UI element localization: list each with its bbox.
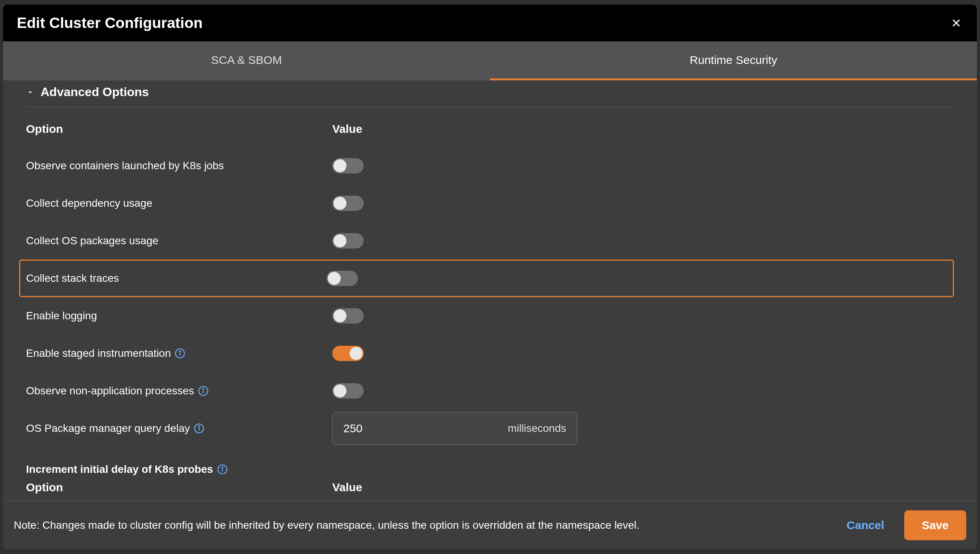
footer-note: Note: Changes made to cluster config wil… xyxy=(14,519,639,531)
toggle-observe-non-app[interactable] xyxy=(332,383,364,399)
column-header-option: Option xyxy=(26,123,332,136)
section-advanced-options[interactable]: Advanced Options xyxy=(26,80,954,107)
unit-label: milliseconds xyxy=(508,422,567,435)
option-label: Observe non-application processes xyxy=(26,385,332,397)
modal-content: Advanced Options Option Value Observe co… xyxy=(3,80,977,501)
option-row: Enable staged instrumentation xyxy=(26,335,954,372)
cancel-button[interactable]: Cancel xyxy=(839,511,892,539)
option-label: Observe containers launched by K8s jobs xyxy=(26,160,332,172)
modal-footer: Note: Changes made to cluster config wil… xyxy=(3,501,977,549)
option-label: Enable logging xyxy=(26,310,332,322)
toggle-observe-k8s-jobs[interactable] xyxy=(332,158,364,173)
info-icon[interactable] xyxy=(194,423,204,434)
option-row: OS Package manager query delay milliseco… xyxy=(26,410,954,447)
svg-point-4 xyxy=(180,351,180,352)
option-label: Collect OS packages usage xyxy=(26,235,332,247)
toggle-collect-stack-traces[interactable] xyxy=(327,271,358,286)
close-icon xyxy=(951,17,962,29)
svg-point-7 xyxy=(203,389,204,389)
toggle-enable-logging[interactable] xyxy=(332,308,364,324)
info-icon[interactable] xyxy=(198,386,209,396)
os-pkg-delay-input[interactable] xyxy=(343,422,474,435)
column-header-option: Option xyxy=(26,481,332,494)
column-header-value: Value xyxy=(332,123,362,136)
modal-title: Edit Cluster Configuration xyxy=(17,15,203,31)
tabs: SCA & SBOM Runtime Security xyxy=(3,41,977,80)
option-label: Collect dependency usage xyxy=(26,197,332,209)
option-label: Enable staged instrumentation xyxy=(26,347,332,360)
column-header-value: Value xyxy=(332,481,362,494)
option-label: OS Package manager query delay xyxy=(26,422,332,435)
close-button[interactable] xyxy=(949,16,963,30)
svg-point-13 xyxy=(222,467,222,468)
option-label: Collect stack traces xyxy=(26,272,327,284)
toggle-collect-dependency[interactable] xyxy=(332,196,364,211)
os-pkg-delay-input-wrapper: milliseconds xyxy=(332,412,577,445)
info-icon[interactable] xyxy=(217,464,228,475)
option-row: Observe containers launched by K8s jobs xyxy=(26,147,954,185)
option-row-highlighted: Collect stack traces xyxy=(19,260,954,297)
tab-sca-sbom[interactable]: SCA & SBOM xyxy=(3,41,490,80)
toggle-collect-os-packages[interactable] xyxy=(332,233,364,248)
modal-header: Edit Cluster Configuration xyxy=(3,5,977,41)
svg-point-10 xyxy=(199,426,199,427)
option-row: Enable logging xyxy=(26,297,954,335)
edit-cluster-config-modal: Edit Cluster Configuration SCA & SBOM Ru… xyxy=(3,5,977,549)
tab-runtime-security[interactable]: Runtime Security xyxy=(490,41,977,80)
subsection-k8s-probes: Increment initial delay of K8s probes xyxy=(26,463,954,476)
chevron-down-icon xyxy=(26,88,34,96)
section-title: Advanced Options xyxy=(41,85,149,99)
info-icon[interactable] xyxy=(175,348,185,359)
option-row: Collect OS packages usage xyxy=(26,222,954,260)
option-row: Observe non-application processes xyxy=(26,372,954,410)
toggle-enable-staged-instrumentation[interactable] xyxy=(332,346,364,361)
save-button[interactable]: Save xyxy=(904,510,966,540)
option-row: Collect dependency usage xyxy=(26,185,954,222)
